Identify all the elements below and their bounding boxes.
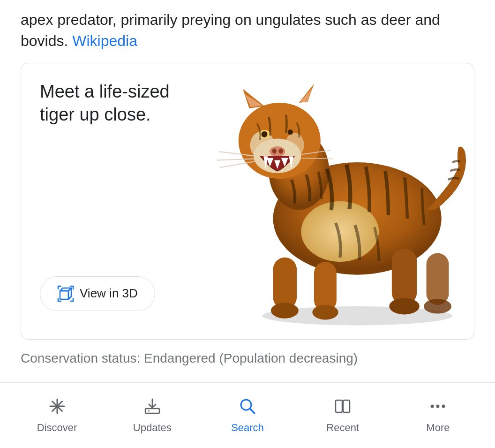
svg-point-49	[431, 404, 434, 408]
bottom-navigation: Discover Updates Search	[0, 382, 495, 448]
view-3d-button[interactable]: View in 3D	[40, 276, 155, 311]
search-label: Search	[231, 422, 264, 434]
svg-point-9	[262, 131, 268, 137]
discover-label: Discover	[37, 422, 77, 434]
svg-point-30	[271, 303, 299, 318]
updates-icon	[143, 397, 161, 418]
svg-rect-48	[343, 400, 350, 412]
svg-rect-35	[427, 253, 449, 305]
more-label: More	[426, 422, 450, 434]
svg-rect-47	[336, 400, 342, 412]
svg-point-7	[285, 133, 304, 157]
tiger-card-title: Meet a life-sized tiger up close.	[40, 80, 209, 127]
svg-point-11	[288, 129, 293, 135]
svg-rect-29	[273, 257, 297, 309]
conservation-status: Conservation status: Endangered (Populat…	[0, 351, 495, 366]
recent-label: Recent	[326, 422, 359, 434]
view-3d-label: View in 3D	[80, 286, 138, 301]
nav-item-search[interactable]: Search	[200, 397, 295, 434]
wikipedia-link[interactable]: Wikipedia	[72, 32, 137, 49]
updates-label: Updates	[133, 422, 172, 434]
nav-item-more[interactable]: More	[390, 397, 486, 434]
svg-point-13	[272, 148, 277, 153]
nav-item-discover[interactable]: Discover	[9, 397, 105, 434]
svg-point-51	[442, 404, 445, 408]
svg-line-46	[250, 409, 255, 413]
search-icon	[239, 397, 256, 418]
recent-icon	[334, 397, 352, 418]
conservation-value: Endangered (Population decreasing)	[144, 351, 358, 365]
article-text: apex predator, primarily preying on ungu…	[0, 0, 495, 52]
svg-rect-43	[145, 409, 159, 413]
tiger-image	[193, 63, 474, 339]
svg-point-32	[312, 305, 338, 319]
svg-point-34	[389, 298, 419, 314]
svg-rect-37	[60, 291, 68, 299]
nav-item-recent[interactable]: Recent	[295, 397, 390, 434]
nav-item-updates[interactable]: Updates	[105, 397, 200, 434]
svg-rect-31	[314, 262, 337, 311]
svg-marker-23	[300, 88, 313, 102]
svg-point-14	[279, 148, 283, 153]
more-icon	[429, 397, 447, 418]
svg-point-36	[424, 299, 451, 313]
svg-point-50	[436, 404, 440, 408]
conservation-label: Conservation status:	[21, 351, 144, 365]
discover-icon	[48, 397, 66, 418]
3d-cube-icon	[57, 285, 74, 302]
tiger-card: Meet a life-sized tiger up close.	[21, 63, 474, 340]
svg-rect-33	[392, 249, 417, 305]
